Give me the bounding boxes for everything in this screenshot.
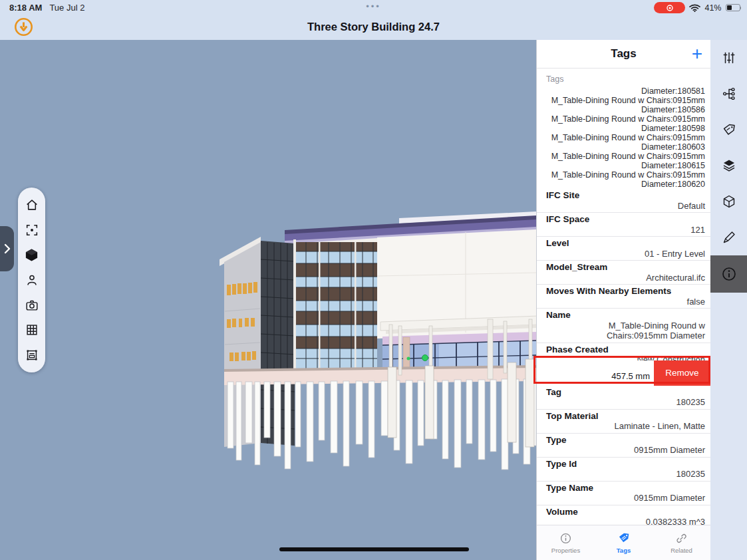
selection-dot-small: [407, 357, 410, 360]
tag-outline-icon: [722, 122, 736, 137]
filters-icon: [722, 51, 736, 65]
tag-list-item: Diameter:180603: [537, 142, 710, 152]
right-tool-rail: [710, 40, 747, 560]
app-screen: 8:18 AM Tue Jul 2 ••• 41% Thr: [0, 0, 747, 560]
property-label: Model_Stream: [546, 262, 705, 273]
top-bar: 8:18 AM Tue Jul 2 ••• 41% Thr: [0, 0, 747, 40]
property-row: IFC SiteDefault: [537, 189, 710, 213]
tag-list-item: M_Table-Dining Round w Chairs:0915mm: [537, 152, 710, 161]
status-time-date: 8:18 AM Tue Jul 2: [9, 3, 84, 13]
property-row: Moves With Nearby Elementsfalse: [537, 285, 710, 309]
property-value: 0915mm Diameter: [546, 445, 705, 456]
model-rail-button[interactable]: [710, 184, 747, 219]
tab-label: Properties: [551, 547, 580, 554]
property-label: Type Id: [546, 459, 705, 470]
tag-list-item-partial: Diameter:180581: [537, 86, 710, 96]
layers-button[interactable]: [710, 148, 747, 184]
property-label: Type: [546, 435, 705, 446]
property-value: 121: [546, 225, 705, 235]
markup-button[interactable]: [710, 219, 747, 255]
property-label: Name: [546, 310, 705, 321]
building-3d-model[interactable]: [0, 40, 536, 560]
battery-percent: 41%: [704, 3, 721, 13]
tag-list-item: Diameter:180620: [537, 180, 710, 189]
property-value: Default: [546, 201, 705, 211]
person-icon: [25, 273, 39, 287]
swiped-property-row: 457.5 mm Remove: [537, 360, 710, 386]
layers-icon: [722, 158, 736, 173]
view-toolbar: [18, 188, 45, 372]
chevron-right-icon: [4, 243, 11, 254]
filters-button[interactable]: [710, 40, 747, 76]
tags-section-label: Tags: [537, 69, 710, 86]
model-tree-button[interactable]: [710, 76, 747, 112]
record-icon: [666, 4, 674, 12]
drawer-handle[interactable]: [0, 226, 14, 271]
tab-tags[interactable]: Tags: [595, 525, 653, 560]
tab-label: Tags: [617, 547, 631, 554]
link-icon: [675, 532, 688, 545]
info-button-selected[interactable]: [710, 255, 747, 293]
photo-button[interactable]: [23, 296, 41, 315]
tab-properties[interactable]: Properties: [537, 525, 595, 560]
panel-title: Tags: [537, 47, 710, 61]
tag-list-item: Diameter:180598: [537, 124, 710, 133]
property-value: 180235: [546, 469, 705, 480]
multitask-dots-icon: •••: [366, 1, 381, 11]
property-value: 01 - Entry Level: [546, 249, 705, 259]
property-row: IFC Space121: [537, 213, 710, 237]
property-row: Top MaterialLaminate - Linen, Matte: [537, 410, 710, 434]
property-value: 0915mm Diameter: [546, 493, 705, 503]
document-title: Three Story Building 24.7: [307, 21, 440, 33]
property-row: Tag180235: [537, 386, 710, 410]
property-value: 457.5 mm: [537, 360, 654, 386]
property-value: 180235: [546, 397, 705, 408]
model-viewport[interactable]: [0, 40, 536, 560]
info-circle-icon: [559, 532, 572, 545]
cube-outline-icon: [722, 194, 736, 209]
tab-label: Related: [671, 547, 692, 554]
grid-button[interactable]: [23, 321, 41, 339]
model-views-button[interactable]: [23, 245, 41, 264]
tag-list-item: M_Table-Dining Round w Chairs:0915mm: [537, 170, 710, 180]
property-label: Level: [546, 238, 705, 249]
property-label: IFC Space: [546, 214, 705, 225]
property-label: Tag: [546, 387, 705, 398]
property-row: Model_StreamArchitectural.ifc: [537, 261, 710, 285]
property-row: NameM_Table-Dining Round w Chairs:0915mm…: [537, 309, 710, 343]
tag-icon: [617, 531, 631, 545]
property-row: Type0915mm Diameter: [537, 434, 710, 458]
property-value: false: [546, 297, 705, 307]
tag-list-item: M_Table-Dining Round w Chairs:0915mm: [537, 133, 710, 142]
selection-dot: [422, 355, 428, 361]
status-time: 8:18 AM: [9, 3, 42, 13]
wifi-icon: [689, 4, 700, 12]
cube-filled-icon: [24, 247, 39, 263]
property-list: Tag180235Top MaterialLaminate - Linen, M…: [537, 386, 710, 529]
panel-header: Tags +: [537, 40, 710, 69]
property-label: IFC Site: [546, 190, 705, 201]
home-button[interactable]: [23, 196, 41, 214]
tag-list: Diameter:180581M_Table-Dining Round w Ch…: [537, 86, 710, 189]
property-label: Type Name: [546, 483, 705, 493]
camera-icon: [25, 298, 39, 313]
tag-list-item: M_Table-Dining Round w Chairs:0915mm: [537, 114, 710, 124]
add-tag-button[interactable]: +: [692, 41, 702, 67]
sync-download-icon[interactable]: [14, 17, 33, 37]
screen-recording-indicator[interactable]: [654, 2, 685, 13]
fit-view-icon: [25, 223, 39, 237]
remove-button[interactable]: Remove: [654, 360, 710, 386]
status-date: Tue Jul 2: [49, 3, 84, 13]
property-value: M_Table-Dining Round w Chairs:0915mm Dia…: [546, 321, 705, 341]
panel-tab-bar: Properties Tags Related: [537, 525, 710, 560]
fit-view-button[interactable]: [23, 221, 41, 239]
property-row: Type Name0915mm Diameter: [537, 482, 710, 505]
property-label: Top Material: [546, 411, 705, 422]
tags-rail-button[interactable]: [710, 112, 747, 148]
tag-list-item: Diameter:180615: [537, 161, 710, 170]
property-row: Level01 - Entry Level: [537, 237, 710, 261]
tab-related[interactable]: Related: [653, 525, 710, 560]
people-button[interactable]: [23, 271, 41, 289]
sheets-button[interactable]: [23, 346, 41, 364]
home-indicator[interactable]: [279, 547, 469, 551]
